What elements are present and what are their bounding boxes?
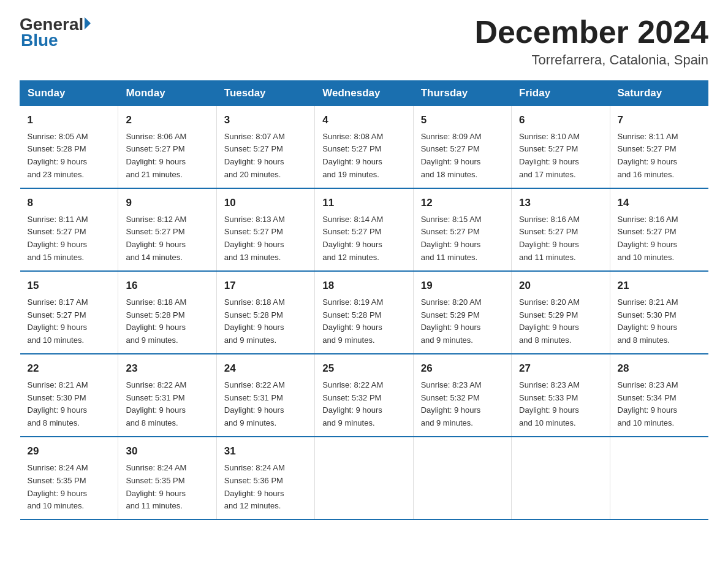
calendar-cell: 3Sunrise: 8:07 AM Sunset: 5:27 PM Daylig… bbox=[216, 106, 314, 189]
day-info: Sunrise: 8:17 AM Sunset: 5:27 PM Dayligh… bbox=[28, 297, 88, 345]
column-header-wednesday: Wednesday bbox=[315, 81, 413, 106]
calendar-cell: 9Sunrise: 8:12 AM Sunset: 5:27 PM Daylig… bbox=[118, 188, 216, 271]
column-header-saturday: Saturday bbox=[610, 81, 708, 106]
day-number: 20 bbox=[519, 278, 602, 294]
calendar-cell: 21Sunrise: 8:21 AM Sunset: 5:30 PM Dayli… bbox=[610, 271, 708, 354]
calendar-cell: 22Sunrise: 8:21 AM Sunset: 5:30 PM Dayli… bbox=[20, 354, 118, 437]
day-number: 31 bbox=[224, 443, 307, 459]
calendar-cell bbox=[413, 437, 511, 519]
day-number: 10 bbox=[224, 195, 307, 211]
day-info: Sunrise: 8:09 AM Sunset: 5:27 PM Dayligh… bbox=[421, 132, 482, 180]
column-header-monday: Monday bbox=[118, 81, 216, 106]
subtitle: Torrefarrera, Catalonia, Spain bbox=[474, 52, 708, 68]
column-header-thursday: Thursday bbox=[413, 81, 511, 106]
calendar-cell bbox=[315, 437, 413, 519]
calendar-cell: 8Sunrise: 8:11 AM Sunset: 5:27 PM Daylig… bbox=[20, 188, 118, 271]
day-number: 29 bbox=[28, 443, 111, 459]
logo-blue-text: Blue bbox=[21, 31, 58, 50]
main-title: December 2024 bbox=[474, 15, 708, 50]
calendar-cell: 20Sunrise: 8:20 AM Sunset: 5:29 PM Dayli… bbox=[512, 271, 610, 354]
day-info: Sunrise: 8:14 AM Sunset: 5:27 PM Dayligh… bbox=[322, 215, 383, 262]
day-number: 17 bbox=[224, 278, 307, 294]
day-number: 5 bbox=[421, 112, 504, 128]
calendar-cell bbox=[512, 437, 610, 519]
calendar-table: SundayMondayTuesdayWednesdayThursdayFrid… bbox=[20, 80, 708, 520]
calendar-cell: 24Sunrise: 8:22 AM Sunset: 5:31 PM Dayli… bbox=[216, 354, 314, 437]
calendar-week-row: 29Sunrise: 8:24 AM Sunset: 5:35 PM Dayli… bbox=[20, 437, 708, 519]
day-info: Sunrise: 8:21 AM Sunset: 5:30 PM Dayligh… bbox=[28, 380, 88, 428]
day-number: 19 bbox=[421, 278, 504, 294]
day-info: Sunrise: 8:18 AM Sunset: 5:28 PM Dayligh… bbox=[126, 297, 186, 345]
calendar-cell: 19Sunrise: 8:20 AM Sunset: 5:29 PM Dayli… bbox=[413, 271, 511, 354]
day-number: 28 bbox=[618, 361, 701, 377]
day-number: 4 bbox=[322, 112, 405, 128]
calendar-cell: 10Sunrise: 8:13 AM Sunset: 5:27 PM Dayli… bbox=[216, 188, 314, 271]
day-info: Sunrise: 8:12 AM Sunset: 5:27 PM Dayligh… bbox=[126, 215, 186, 262]
calendar-header-row: SundayMondayTuesdayWednesdayThursdayFrid… bbox=[20, 81, 708, 106]
calendar-cell: 18Sunrise: 8:19 AM Sunset: 5:28 PM Dayli… bbox=[315, 271, 413, 354]
calendar-cell bbox=[610, 437, 708, 519]
day-number: 24 bbox=[224, 361, 307, 377]
day-info: Sunrise: 8:23 AM Sunset: 5:32 PM Dayligh… bbox=[421, 380, 482, 428]
calendar-week-row: 1Sunrise: 8:05 AM Sunset: 5:28 PM Daylig… bbox=[20, 106, 708, 189]
calendar-week-row: 15Sunrise: 8:17 AM Sunset: 5:27 PM Dayli… bbox=[20, 271, 708, 354]
calendar-cell: 26Sunrise: 8:23 AM Sunset: 5:32 PM Dayli… bbox=[413, 354, 511, 437]
calendar-cell: 30Sunrise: 8:24 AM Sunset: 5:35 PM Dayli… bbox=[118, 437, 216, 519]
day-number: 9 bbox=[126, 195, 208, 211]
calendar-cell: 15Sunrise: 8:17 AM Sunset: 5:27 PM Dayli… bbox=[20, 271, 118, 354]
day-number: 7 bbox=[618, 112, 701, 128]
day-number: 15 bbox=[28, 278, 111, 294]
column-header-friday: Friday bbox=[512, 81, 610, 106]
calendar-cell: 27Sunrise: 8:23 AM Sunset: 5:33 PM Dayli… bbox=[512, 354, 610, 437]
title-area: December 2024 Torrefarrera, Catalonia, S… bbox=[474, 15, 708, 68]
day-number: 30 bbox=[126, 443, 208, 459]
day-info: Sunrise: 8:22 AM Sunset: 5:32 PM Dayligh… bbox=[322, 380, 383, 428]
day-info: Sunrise: 8:24 AM Sunset: 5:35 PM Dayligh… bbox=[126, 463, 186, 511]
calendar-cell: 5Sunrise: 8:09 AM Sunset: 5:27 PM Daylig… bbox=[413, 106, 511, 189]
day-number: 16 bbox=[126, 278, 208, 294]
day-info: Sunrise: 8:08 AM Sunset: 5:27 PM Dayligh… bbox=[322, 132, 383, 180]
calendar-cell: 29Sunrise: 8:24 AM Sunset: 5:35 PM Dayli… bbox=[20, 437, 118, 519]
logo-triangle-icon bbox=[85, 17, 91, 29]
day-info: Sunrise: 8:07 AM Sunset: 5:27 PM Dayligh… bbox=[224, 132, 285, 180]
calendar-cell: 13Sunrise: 8:16 AM Sunset: 5:27 PM Dayli… bbox=[512, 188, 610, 271]
day-info: Sunrise: 8:24 AM Sunset: 5:35 PM Dayligh… bbox=[28, 463, 88, 511]
day-info: Sunrise: 8:20 AM Sunset: 5:29 PM Dayligh… bbox=[519, 297, 580, 345]
day-number: 18 bbox=[322, 278, 405, 294]
day-info: Sunrise: 8:23 AM Sunset: 5:33 PM Dayligh… bbox=[519, 380, 580, 428]
day-info: Sunrise: 8:22 AM Sunset: 5:31 PM Dayligh… bbox=[126, 380, 186, 428]
day-info: Sunrise: 8:22 AM Sunset: 5:31 PM Dayligh… bbox=[224, 380, 285, 428]
day-number: 3 bbox=[224, 112, 307, 128]
calendar-cell: 16Sunrise: 8:18 AM Sunset: 5:28 PM Dayli… bbox=[118, 271, 216, 354]
day-number: 8 bbox=[28, 195, 111, 211]
calendar-cell: 1Sunrise: 8:05 AM Sunset: 5:28 PM Daylig… bbox=[20, 106, 118, 189]
day-number: 27 bbox=[519, 361, 602, 377]
column-header-sunday: Sunday bbox=[20, 81, 118, 106]
day-info: Sunrise: 8:05 AM Sunset: 5:28 PM Dayligh… bbox=[28, 132, 88, 180]
day-number: 12 bbox=[421, 195, 504, 211]
calendar-cell: 25Sunrise: 8:22 AM Sunset: 5:32 PM Dayli… bbox=[315, 354, 413, 437]
day-info: Sunrise: 8:11 AM Sunset: 5:27 PM Dayligh… bbox=[28, 215, 88, 262]
day-info: Sunrise: 8:23 AM Sunset: 5:34 PM Dayligh… bbox=[618, 380, 678, 428]
day-number: 13 bbox=[519, 195, 602, 211]
day-number: 21 bbox=[618, 278, 701, 294]
calendar-cell: 11Sunrise: 8:14 AM Sunset: 5:27 PM Dayli… bbox=[315, 188, 413, 271]
day-info: Sunrise: 8:16 AM Sunset: 5:27 PM Dayligh… bbox=[618, 215, 678, 262]
day-info: Sunrise: 8:19 AM Sunset: 5:28 PM Dayligh… bbox=[322, 297, 383, 345]
day-info: Sunrise: 8:24 AM Sunset: 5:36 PM Dayligh… bbox=[224, 463, 285, 511]
day-number: 2 bbox=[126, 112, 208, 128]
calendar-week-row: 22Sunrise: 8:21 AM Sunset: 5:30 PM Dayli… bbox=[20, 354, 708, 437]
calendar-cell: 6Sunrise: 8:10 AM Sunset: 5:27 PM Daylig… bbox=[512, 106, 610, 189]
day-number: 1 bbox=[28, 112, 111, 128]
day-number: 11 bbox=[322, 195, 405, 211]
logo: General Blue bbox=[20, 15, 91, 50]
day-info: Sunrise: 8:16 AM Sunset: 5:27 PM Dayligh… bbox=[519, 215, 580, 262]
day-info: Sunrise: 8:15 AM Sunset: 5:27 PM Dayligh… bbox=[421, 215, 482, 262]
day-info: Sunrise: 8:20 AM Sunset: 5:29 PM Dayligh… bbox=[421, 297, 482, 345]
column-header-tuesday: Tuesday bbox=[216, 81, 314, 106]
day-info: Sunrise: 8:06 AM Sunset: 5:27 PM Dayligh… bbox=[126, 132, 186, 180]
day-number: 22 bbox=[28, 361, 111, 377]
day-number: 25 bbox=[322, 361, 405, 377]
day-info: Sunrise: 8:21 AM Sunset: 5:30 PM Dayligh… bbox=[618, 297, 678, 345]
day-info: Sunrise: 8:18 AM Sunset: 5:28 PM Dayligh… bbox=[224, 297, 285, 345]
